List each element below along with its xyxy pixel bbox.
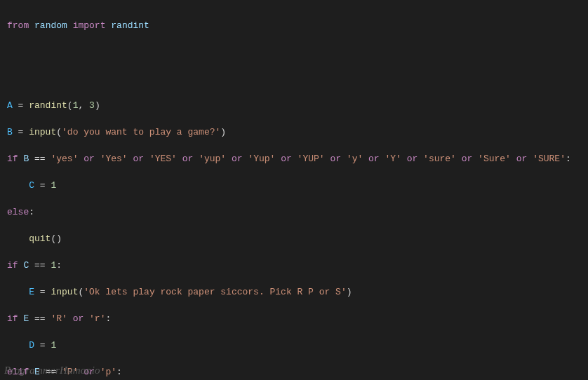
var-b: B (7, 127, 13, 137)
fn-randint: randint (29, 100, 67, 111)
keyword-from: from (7, 20, 29, 31)
code-line: D = 1 (7, 339, 581, 352)
keyword-if: if (7, 260, 18, 271)
var-e: E (29, 287, 34, 297)
var-a: A (7, 100, 13, 111)
code-line: B = input('do you want to play a game?') (7, 125, 581, 139)
code-line: if E == 'R' or 'r': (7, 312, 581, 325)
code-line: if B == 'yes' or 'Yes' or 'YES' or 'yup'… (7, 152, 581, 165)
keyword-if: if (7, 154, 18, 164)
code-line: A = randint(1, 3) (7, 99, 581, 112)
keyword-else: else (7, 207, 29, 217)
var-d: D (29, 340, 34, 351)
code-line: E = input('Ok lets play rock paper sicco… (7, 285, 581, 299)
var-c: C (29, 180, 34, 191)
fn-input: input (51, 287, 78, 297)
code-line: else: (7, 205, 581, 219)
blank-line (7, 46, 581, 59)
code-line: quit() (7, 232, 581, 245)
fn-input: input (29, 127, 56, 137)
keyword-if: if (7, 313, 18, 324)
code-line: C = 1 (7, 179, 581, 192)
code-editor[interactable]: from random import randint A = randint(1… (0, 0, 588, 380)
code-line: if C == 1: (7, 259, 581, 272)
import-name: randint (111, 20, 149, 31)
code-line: from random import randint (7, 19, 581, 32)
watermark-text: ProgrammerHumor.io (4, 364, 100, 377)
module-name: random (34, 20, 67, 31)
keyword-import: import (73, 20, 106, 31)
fn-quit: quit (29, 233, 51, 244)
blank-line (7, 72, 581, 86)
